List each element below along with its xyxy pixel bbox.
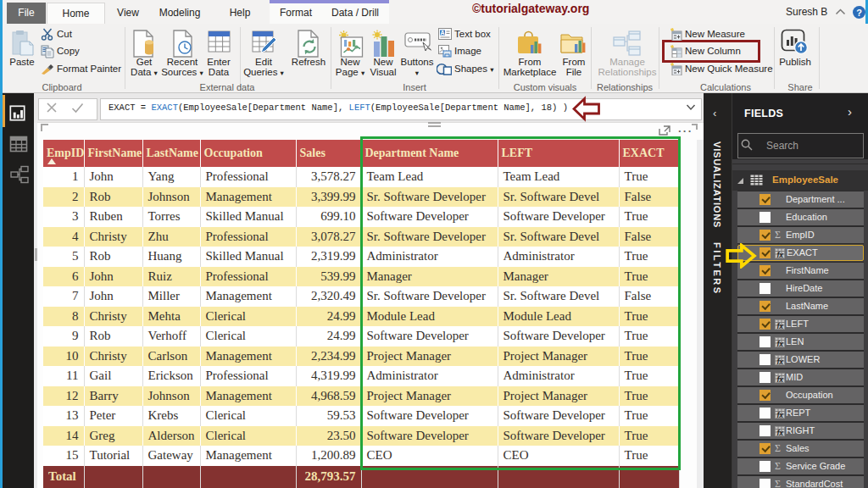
svg-text:fx: fx	[776, 340, 784, 348]
svg-text:fx: fx	[776, 411, 784, 419]
svg-text:A: A	[440, 30, 444, 36]
svg-text:fx: fx	[776, 429, 784, 437]
svg-text:fx: fx	[776, 322, 784, 330]
svg-text:fx: fx	[776, 375, 784, 384]
svg-text:fx: fx	[776, 251, 784, 259]
svg-text:fx: fx	[776, 358, 784, 366]
